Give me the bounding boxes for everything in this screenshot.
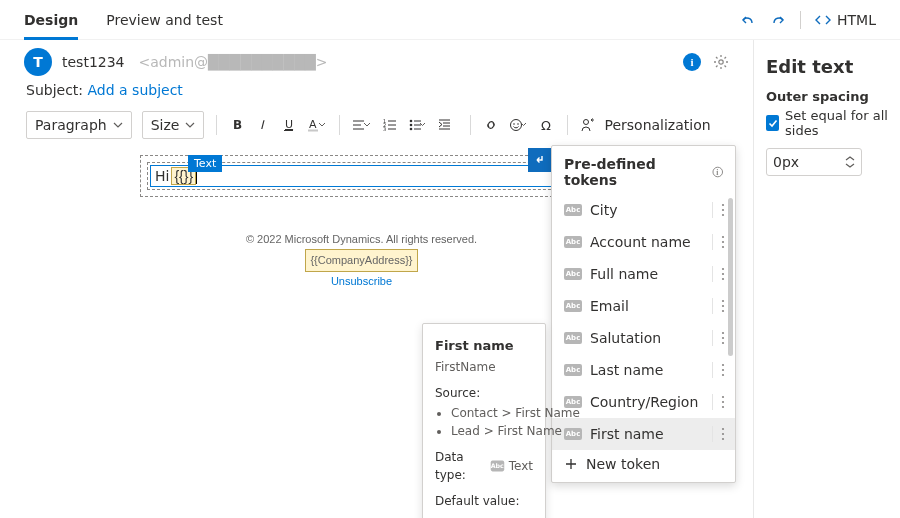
- svg-point-46: [722, 337, 724, 339]
- more-icon[interactable]: [721, 267, 725, 281]
- unsubscribe-link[interactable]: Unsubscribe: [331, 275, 392, 287]
- chevron-down-icon: [185, 120, 195, 130]
- token-item[interactable]: Last name: [552, 354, 735, 386]
- text-type-icon: [564, 204, 582, 216]
- bold-button[interactable]: B: [229, 117, 245, 133]
- from-name: test1234: [62, 54, 125, 70]
- separator: [800, 11, 801, 29]
- text-type-icon: [491, 460, 504, 471]
- chevron-up-icon: [845, 155, 855, 162]
- text-type-icon: [564, 268, 582, 280]
- svg-point-26: [511, 120, 522, 131]
- svg-point-27: [514, 123, 516, 125]
- more-icon[interactable]: [721, 235, 725, 249]
- paragraph-style-select[interactable]: Paragraph: [26, 111, 132, 139]
- info-icon[interactable]: i: [683, 53, 701, 71]
- separator: [567, 115, 568, 135]
- token-item[interactable]: Account name: [552, 226, 735, 258]
- scrollbar-thumb[interactable]: [728, 198, 733, 356]
- token-item[interactable]: First name: [552, 418, 735, 450]
- separator: [712, 394, 713, 410]
- subject-row: Subject: Add a subject: [0, 80, 753, 107]
- bullet-list-button[interactable]: [408, 117, 428, 133]
- svg-text:U: U: [285, 118, 293, 131]
- footer-copyright: © 2022 Microsoft Dynamics. All rights re…: [140, 229, 583, 250]
- avatar-letter: T: [33, 54, 43, 70]
- token-item[interactable]: City: [552, 194, 735, 226]
- svg-text:3: 3: [383, 126, 386, 132]
- personalization-button[interactable]: Personalization: [580, 117, 710, 133]
- details-datatype-label: Data type:: [435, 448, 486, 484]
- equal-sides-label: Set equal for all sides: [785, 108, 900, 138]
- token-details-card: First name FirstName Source: Contact > F…: [422, 323, 546, 518]
- new-token-button[interactable]: New token: [552, 446, 735, 482]
- token-item[interactable]: Salutation: [552, 322, 735, 354]
- chevron-down-icon: [845, 162, 855, 169]
- company-address-token[interactable]: {{CompanyAddress}}: [306, 250, 416, 271]
- redo-icon[interactable]: [770, 12, 786, 28]
- underline-button[interactable]: U: [281, 117, 297, 133]
- undo-icon[interactable]: [740, 12, 756, 28]
- separator: [339, 115, 340, 135]
- numbered-list-button[interactable]: 123: [382, 117, 398, 133]
- separator: [712, 330, 713, 346]
- svg-point-18: [410, 128, 413, 131]
- layout-block[interactable]: Text Hi {{}}: [140, 155, 583, 197]
- svg-point-16: [410, 120, 413, 123]
- more-icon[interactable]: [721, 363, 725, 377]
- spin-buttons[interactable]: [845, 155, 855, 169]
- indent-button[interactable]: [438, 117, 458, 133]
- plus-icon: [564, 457, 578, 471]
- more-icon[interactable]: [721, 331, 725, 345]
- from-row: T test1234 <admin@██████████> i: [0, 40, 753, 80]
- tab-design[interactable]: Design: [24, 0, 78, 40]
- svg-point-54: [722, 428, 724, 430]
- special-char-button[interactable]: Ω: [539, 117, 555, 133]
- more-icon[interactable]: [721, 427, 725, 441]
- separator: [712, 266, 713, 282]
- equal-sides-checkbox[interactable]: Set equal for all sides: [766, 108, 900, 138]
- svg-point-30: [584, 120, 589, 125]
- svg-point-35: [722, 214, 724, 216]
- spacing-input[interactable]: 0px: [766, 148, 862, 176]
- svg-text:I: I: [260, 118, 265, 132]
- link-button[interactable]: [483, 117, 499, 133]
- font-size-select[interactable]: Size: [142, 111, 205, 139]
- svg-point-0: [719, 60, 723, 64]
- font-color-button[interactable]: A: [307, 117, 327, 133]
- details-datatype-row: Data type: Text: [435, 448, 533, 484]
- svg-point-42: [722, 300, 724, 302]
- tokens-header: Pre-defined tokens i: [552, 146, 735, 194]
- svg-text:B: B: [233, 118, 242, 132]
- token-item[interactable]: Email: [552, 290, 735, 322]
- more-icon[interactable]: [721, 395, 725, 409]
- svg-point-55: [722, 433, 724, 435]
- svg-text:i: i: [716, 168, 719, 177]
- from-actions: i: [683, 53, 729, 71]
- top-bar: Design Preview and test HTML: [0, 0, 900, 40]
- separator: [712, 202, 713, 218]
- italic-button[interactable]: I: [255, 117, 271, 133]
- details-source-label: Source:: [435, 384, 533, 402]
- subject-link[interactable]: Add a subject: [88, 82, 183, 98]
- tab-preview[interactable]: Preview and test: [106, 0, 223, 40]
- tab-preview-label: Preview and test: [106, 12, 223, 28]
- separator: [712, 362, 713, 378]
- text-body: Hi: [155, 168, 169, 184]
- svg-point-49: [722, 369, 724, 371]
- more-icon[interactable]: [721, 203, 725, 217]
- gear-icon[interactable]: [713, 54, 729, 70]
- svg-point-53: [722, 406, 724, 408]
- info-outline-icon[interactable]: i: [712, 166, 724, 178]
- text-block-badge: Text: [188, 155, 222, 172]
- details-display-name: First name: [435, 336, 533, 356]
- token-item[interactable]: Full name: [552, 258, 735, 290]
- checkbox-checked-icon: [766, 115, 779, 131]
- svg-point-44: [722, 310, 724, 312]
- emoji-button[interactable]: [509, 117, 529, 133]
- align-button[interactable]: [352, 117, 372, 133]
- svg-point-51: [722, 396, 724, 398]
- svg-point-38: [722, 246, 724, 248]
- more-icon[interactable]: [721, 299, 725, 313]
- html-button[interactable]: HTML: [815, 12, 876, 28]
